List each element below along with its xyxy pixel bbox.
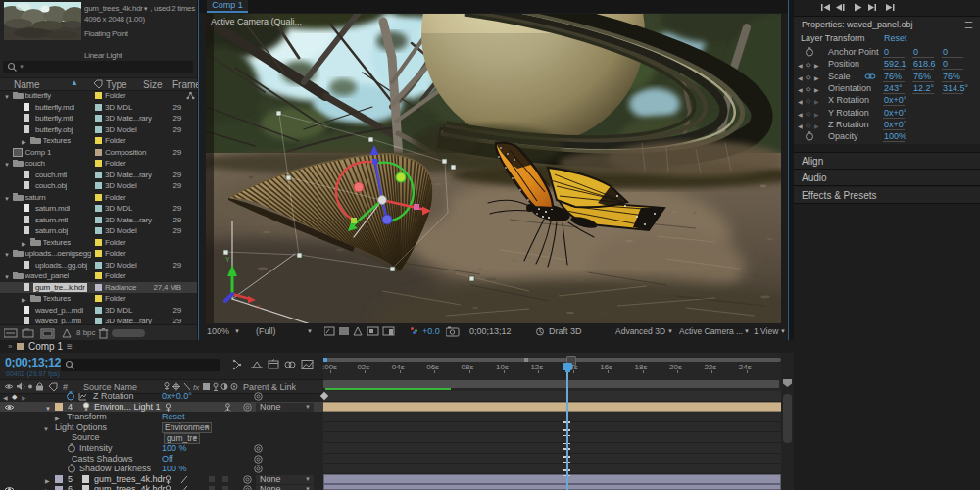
svg-text:X: X xyxy=(257,304,261,310)
svg-text:Y: Y xyxy=(225,256,230,263)
